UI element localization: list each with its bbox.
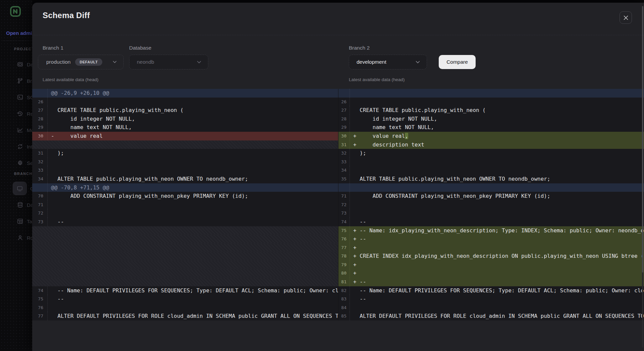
diff-row-29: 29 name text NOT NULL, xyxy=(338,123,644,132)
database-select[interactable]: neondb xyxy=(129,55,208,69)
diff-row-34: 34 xyxy=(338,166,644,175)
code-line: ADD CONSTRAINT playing_with_neon_pkey PR… xyxy=(350,192,644,200)
diff-row-75: 75+ -- Name: idx_playing_with_neon_descr… xyxy=(338,226,644,235)
code-line: ADD CONSTRAINT playing_with_neon_pkey PR… xyxy=(48,192,338,200)
settings-icon xyxy=(17,160,23,166)
diff-row-72: 72 xyxy=(338,200,644,209)
diff-row-85: 85 ALTER DEFAULT PRIVILEGES FOR ROLE clo… xyxy=(338,312,644,320)
line-number: 30 xyxy=(32,132,48,140)
schema-diff-modal: Schema Diff Branch 1 production DEFAULT … xyxy=(32,3,644,351)
header-divider xyxy=(32,35,644,35)
sidebar-item-label: Dashboard xyxy=(27,62,32,67)
branch2-label: Branch 2 xyxy=(349,45,370,51)
diff-pane-branch2: 26 27 CREATE TABLE public.playing_with_n… xyxy=(338,89,644,320)
line-number: 79 xyxy=(338,260,350,269)
code-line: ALTER DEFAULT PRIVILEGES FOR ROLE cloud_… xyxy=(350,312,644,320)
code-line xyxy=(350,303,644,312)
diff-row-75: 75 -- xyxy=(32,295,338,303)
branches-icon xyxy=(17,77,23,84)
branch2-select[interactable]: development xyxy=(349,55,427,69)
diff-row-30: 30+ value real, xyxy=(338,132,644,140)
sidebar-item-monitoring[interactable]: Monitoring xyxy=(17,126,32,134)
code-line: + CREATE INDEX idx_playing_with_neon_des… xyxy=(350,252,644,260)
code-line: -- Name: DEFAULT PRIVILEGES FOR SEQUENCE… xyxy=(48,286,338,295)
hunk-header xyxy=(350,183,644,192)
code-line: - value real xyxy=(48,132,338,140)
line-number: 32 xyxy=(32,158,48,166)
neon-logo-icon[interactable] xyxy=(10,6,21,17)
diff-row-35: 35 ALTER TABLE public.playing_with_neon … xyxy=(338,175,644,183)
code-line xyxy=(48,303,338,312)
diff-row-71: 71 ADD CONSTRAINT playing_with_neon_pkey… xyxy=(338,192,644,200)
sidebar-item-tables[interactable]: Tables xyxy=(17,217,32,225)
sidebar-section-branches: BRANCHES xyxy=(14,172,32,176)
diff-row-28: 28 id integer NOT NULL, xyxy=(32,115,338,123)
code-line: name text NOT NULL, xyxy=(48,123,338,132)
sidebar-item-label: Tables xyxy=(27,219,32,224)
line-number: 29 xyxy=(338,123,350,132)
code-line: ALTER TABLE public.playing_with_neon OWN… xyxy=(48,175,338,183)
sidebar-item-sql-editor[interactable]: SQL Editor xyxy=(17,93,32,101)
diff-row-filler xyxy=(32,140,338,149)
sidebar-item-computes[interactable]: Computes xyxy=(17,184,32,192)
diff-row-33: 33 xyxy=(32,166,338,175)
sidebar-item-roles[interactable]: Roles xyxy=(17,234,32,242)
line-number: 82 xyxy=(338,286,350,295)
code-line: ); xyxy=(48,149,338,158)
schema-diff-view: @@ -26,9 +26,10 @@26 27 CREATE TABLE pub… xyxy=(32,89,644,320)
compare-button[interactable]: Compare xyxy=(439,55,476,69)
sidebar-item-label: Monitoring xyxy=(27,127,32,133)
line-number: 75 xyxy=(32,295,48,303)
line-number: 83 xyxy=(338,295,350,303)
diff-row-hunk xyxy=(338,89,644,98)
roles-icon xyxy=(17,234,23,241)
line-number: 71 xyxy=(32,200,48,209)
sidebar-item-dashboard[interactable]: Dashboard xyxy=(17,60,32,68)
code-line: id integer NOT NULL, xyxy=(350,115,644,123)
sidebar-item-branches[interactable]: Branches xyxy=(17,77,32,85)
diff-row-filler xyxy=(32,252,338,260)
line-number: 72 xyxy=(32,209,48,218)
hunk-header xyxy=(350,89,644,98)
scrollbar-track[interactable] xyxy=(642,6,643,348)
sidebar-item-restore[interactable]: Restore xyxy=(17,110,32,118)
sidebar-item-integrations[interactable]: Integrations xyxy=(17,142,32,151)
sidebar-divider xyxy=(3,41,32,41)
diff-row-81: 81+ -- xyxy=(338,278,644,286)
line-number xyxy=(338,183,350,192)
code-line xyxy=(350,98,644,106)
sidebar-item-settings[interactable]: Settings xyxy=(17,159,32,167)
branch2-caption: Latest available data (head) xyxy=(349,77,405,82)
diff-row-28: 28 id integer NOT NULL, xyxy=(338,115,644,123)
sidebar-item-label: Restore xyxy=(27,111,32,117)
sidebar-item-label: SQL Editor xyxy=(27,95,32,100)
code-line: + -- xyxy=(350,278,644,286)
integrations-icon xyxy=(17,143,23,150)
line-number: 27 xyxy=(338,106,350,115)
diff-row-filler xyxy=(32,235,338,243)
line-number: 26 xyxy=(338,98,350,106)
code-line: ALTER DEFAULT PRIVILEGES FOR ROLE cloud_… xyxy=(48,312,338,320)
monitoring-icon xyxy=(17,127,23,133)
database-value: neondb xyxy=(137,59,154,65)
word-diff-highlight: , xyxy=(405,133,408,139)
diff-row-76: 76+ -- xyxy=(338,235,644,243)
sidebar-item-label: Integrations xyxy=(27,144,32,150)
sidebar-item-databases[interactable]: Databases xyxy=(17,201,32,209)
branch1-label: Branch 1 xyxy=(43,45,63,51)
line-number: 85 xyxy=(338,312,350,320)
branch1-select[interactable]: production DEFAULT xyxy=(38,55,124,69)
open-admin-link[interactable]: Open admin xyxy=(6,30,32,36)
scrollbar-thumb[interactable] xyxy=(642,6,643,273)
code-line xyxy=(350,209,644,218)
branch1-caption: Latest available data (head) xyxy=(43,77,99,82)
line-number: 33 xyxy=(32,166,48,175)
close-button[interactable] xyxy=(620,11,632,24)
line-number: 34 xyxy=(32,175,48,183)
line-number: 74 xyxy=(32,286,48,295)
diff-row-79: 79+ xyxy=(338,260,644,269)
code-line: -- Name: DEFAULT PRIVILEGES FOR SEQUENCE… xyxy=(350,286,644,295)
diff-row-76: 76 xyxy=(32,303,338,312)
diff-row-31: 31+ description text xyxy=(338,140,644,149)
line-number: 32 xyxy=(338,149,350,158)
